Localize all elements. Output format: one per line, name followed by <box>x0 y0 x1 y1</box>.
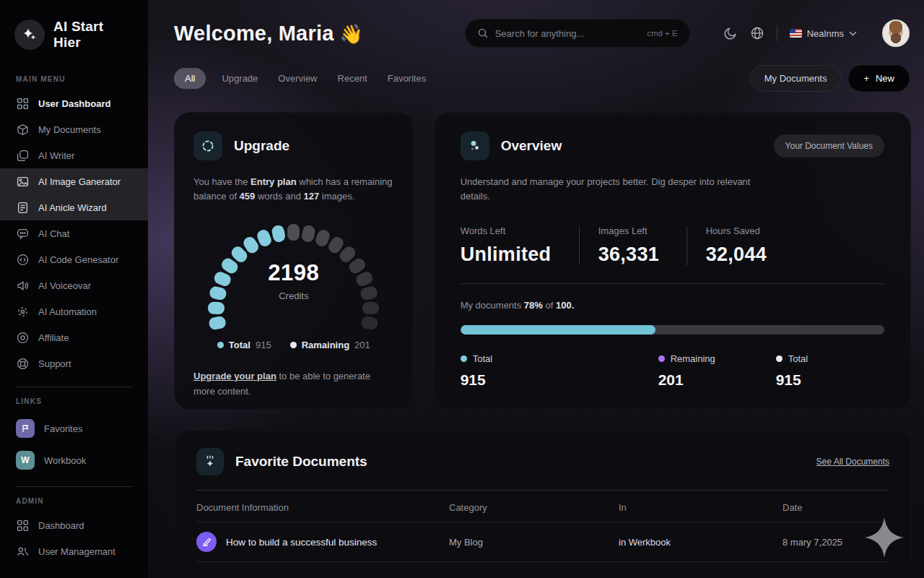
search-bar[interactable]: cmd + E <box>465 19 690 48</box>
favorite-documents-header: Favorite Documents See All Documents <box>196 448 889 475</box>
w-square-icon: W <box>16 451 35 470</box>
pen-icon <box>196 532 217 552</box>
search-icon <box>477 27 489 39</box>
table-row[interactable]: How to build a successful business My Bl… <box>196 522 889 562</box>
sidebar-item-favorites[interactable]: Favorites <box>0 413 148 444</box>
sidebar-item-user-dashboard[interactable]: User Dashboard <box>0 90 148 116</box>
flag-square-icon <box>16 419 35 438</box>
tab-upgrade[interactable]: Upgrade <box>222 73 258 84</box>
sidebar: AI Start Hier MAIN MENU User Dashboard M… <box>0 0 148 578</box>
upgrade-card-title: Upgrade <box>234 138 289 154</box>
tab-favorites[interactable]: Favorites <box>388 73 426 84</box>
upgrade-plan-link[interactable]: Upgrade your plan <box>193 371 276 381</box>
overview-divider <box>461 283 884 284</box>
document-values-badge[interactable]: Your Document Values <box>774 134 884 158</box>
my-documents-button[interactable]: My Documents <box>750 65 842 92</box>
document-title: How to build a successful business <box>226 537 377 548</box>
sidebar-item-label: My Documents <box>38 124 101 135</box>
sidebar-item-label: Affiliate <box>38 332 69 343</box>
sidebar-item-user-management[interactable]: User Managemant <box>0 538 148 564</box>
avatar[interactable] <box>882 20 910 47</box>
in-cell: in Werkbook <box>619 537 783 548</box>
overview-legend-total: Total 915 <box>461 353 658 389</box>
documents-progress-bar <box>461 325 884 335</box>
sidebar-item-ai-automation[interactable]: AI Automation <box>0 298 148 324</box>
sparkles-logo-icon <box>14 20 45 50</box>
sidebar-item-label: AI Automation <box>38 306 97 317</box>
sidebar-item-label: User Dashboard <box>38 98 110 109</box>
grid-icon <box>16 97 29 110</box>
dots-cluster-icon <box>461 131 489 160</box>
column-header-in: In <box>619 502 783 513</box>
upgrade-footer: Upgrade your plan to be able to generate… <box>193 369 394 400</box>
sidebar-item-label: AI Code Genesator <box>38 254 118 265</box>
overview-legend-remaining: Remaining 201 <box>658 353 776 389</box>
legend-remaining: Ramaining 201 <box>290 340 370 350</box>
sidebar-item-ai-code-generator[interactable]: AI Code Genesator <box>0 246 148 272</box>
overview-card: Overview Your Document Values Understand… <box>434 112 911 410</box>
overview-legend-total-2: Total 915 <box>776 353 808 389</box>
category-cell: My Blog <box>449 537 619 548</box>
sidebar-item-ai-writer[interactable]: AI Writer <box>0 142 148 168</box>
copy-icon <box>16 149 29 162</box>
spark-star-icon <box>196 448 224 475</box>
progress-text: My documents 78% of 100. <box>461 300 884 311</box>
main-content: Welcome, Maria👋 cmd + E Nealnms All Upgr… <box>148 0 924 578</box>
sidebar-item-label: Support <box>38 358 71 369</box>
tab-overview[interactable]: Overview <box>278 73 317 84</box>
sidebar-item-label: AI Voiceovar <box>38 280 91 291</box>
speaker-icon <box>16 279 29 292</box>
page-title: Welcome, Maria👋 <box>174 22 363 46</box>
column-header-category: Category <box>449 502 619 513</box>
credits-value: 2198 <box>196 260 391 286</box>
app-logo[interactable]: AI Start Hier <box>0 0 148 65</box>
sidebar-item-workbook[interactable]: W Workbook <box>0 444 148 476</box>
sidebar-item-support[interactable]: Support <box>0 350 148 376</box>
chevron-down-icon <box>849 31 857 36</box>
upgrade-description: You have the Entry plan which has a rema… <box>193 175 394 204</box>
see-all-documents-link[interactable]: See All Documents <box>816 457 889 467</box>
section-label-admin: ADMIN <box>0 487 148 512</box>
plus-icon: + <box>863 73 869 84</box>
filter-bar: All Upgrade Overview Recent Favorites My… <box>148 48 924 92</box>
chat-bubble-icon <box>16 227 29 240</box>
search-input[interactable] <box>495 28 640 39</box>
document-cell: How to build a successful business <box>196 532 449 552</box>
gauge-dot <box>271 224 287 243</box>
language-selector[interactable]: Nealnms <box>790 28 857 39</box>
sidebar-item-label: AI Chat <box>38 228 69 239</box>
legend-dot-total <box>217 342 224 348</box>
tab-recent[interactable]: Recent <box>338 73 367 84</box>
gauge-dot <box>301 224 316 243</box>
overview-description: Understand and manage your projects bett… <box>461 175 764 204</box>
legend-total: Total 915 <box>217 340 271 350</box>
legend-dot-white <box>776 355 783 362</box>
column-header-document: Document Information <box>196 502 449 513</box>
sidebar-item-my-documents[interactable]: My Documents <box>0 116 148 142</box>
sidebar-item-ai-article-wizard[interactable]: AI Anicle Wizard <box>0 194 148 220</box>
overview-stats: Words Left Unlimited Images Left 36,331 … <box>461 225 884 266</box>
wave-emoji: 👋 <box>339 23 363 45</box>
favorite-documents-title: Favorite Documents <box>235 454 367 470</box>
gauge-dot <box>209 315 227 330</box>
credits-label: Credits <box>196 290 391 301</box>
credits-gauge-center: 2198 Credits <box>196 260 391 301</box>
moon-icon[interactable] <box>723 26 738 40</box>
gauge-dot <box>287 224 300 241</box>
sidebar-item-admin-dashboard[interactable]: Dashboard <box>0 512 148 538</box>
sidebar-item-ai-image-generator[interactable]: AI Image Ganerator <box>0 168 148 194</box>
sidebar-item-affiliate[interactable]: Affiliate <box>0 324 148 350</box>
globe-icon[interactable] <box>750 26 764 40</box>
upgrade-legend: Total 915 Ramaining 201 <box>193 340 394 350</box>
new-button[interactable]: +New <box>848 65 910 92</box>
section-label-links: LINKS <box>0 387 148 413</box>
sidebar-item-ai-chat[interactable]: AI Chat <box>0 220 148 246</box>
gauge-dot <box>362 301 379 314</box>
article-icon <box>16 201 29 214</box>
stat-divider <box>687 226 687 265</box>
overview-legend: Total 915 Remaining 201 Total 915 <box>461 353 884 389</box>
sidebar-item-ai-voiceover[interactable]: AI Voiceovar <box>0 272 148 298</box>
gauge-dot <box>360 315 379 330</box>
tab-all[interactable]: All <box>174 68 206 89</box>
legend-dot-purple <box>658 355 665 362</box>
